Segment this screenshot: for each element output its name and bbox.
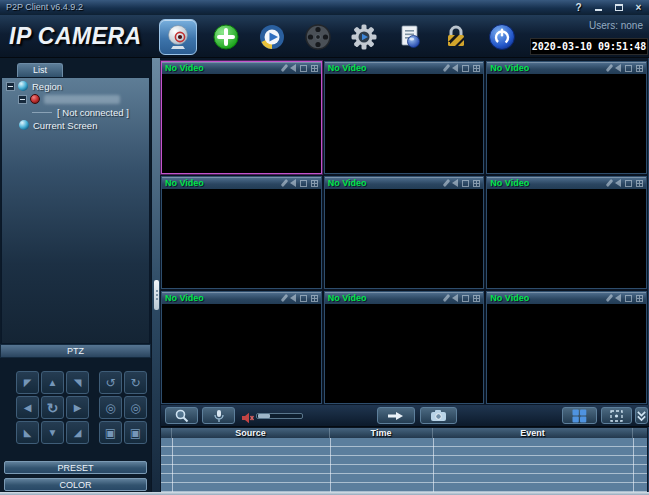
record-icon[interactable]: [462, 295, 469, 302]
play-icon: [258, 23, 286, 51]
record-icon[interactable]: [625, 295, 632, 302]
video-panel-7[interactable]: No Video: [161, 291, 322, 404]
audio-icon[interactable]: [452, 179, 458, 187]
close-icon[interactable]: [311, 65, 318, 72]
tree-item-device[interactable]: [18, 93, 160, 105]
column-divider: [330, 438, 331, 492]
ptz-zoom-out-button[interactable]: ▣: [124, 421, 147, 444]
record-icon[interactable]: [300, 180, 307, 187]
talk-icon[interactable]: [606, 179, 613, 187]
close-icon[interactable]: [636, 180, 643, 187]
volume-slider[interactable]: [256, 413, 303, 419]
video-panel-1[interactable]: No Video: [161, 61, 322, 174]
ptz-down-right-button[interactable]: ◢: [66, 421, 89, 444]
power-button[interactable]: [485, 20, 519, 54]
settings-button[interactable]: [347, 20, 381, 54]
snapshot-button[interactable]: [420, 407, 457, 424]
video-panel-6[interactable]: No Video: [486, 176, 647, 289]
record-icon[interactable]: [625, 65, 632, 72]
lock-button[interactable]: [439, 20, 473, 54]
talk-icon[interactable]: [606, 64, 613, 72]
close-icon[interactable]: [311, 295, 318, 302]
live-view-button[interactable]: [159, 19, 197, 55]
collapse-box-icon[interactable]: [18, 95, 27, 104]
ptz-auto-pan-button[interactable]: ↻: [41, 396, 64, 419]
log-button[interactable]: [393, 20, 427, 54]
event-table: Source Time Event: [161, 427, 647, 492]
close-icon[interactable]: [636, 295, 643, 302]
fullscreen-button[interactable]: [601, 407, 632, 424]
video-panel-3[interactable]: No Video: [486, 61, 647, 174]
collapse-box-icon[interactable]: [6, 82, 15, 91]
audio-icon[interactable]: [615, 64, 621, 72]
tree-item-current-screen[interactable]: Current Screen: [19, 119, 161, 131]
record-icon[interactable]: [300, 295, 307, 302]
record-icon[interactable]: [462, 180, 469, 187]
preset-button[interactable]: PRESET: [4, 461, 147, 474]
window-title: P2P Client v6.4.9.2: [6, 2, 83, 12]
mute-toggle[interactable]: [241, 410, 254, 428]
tree-item-label: Current Screen: [33, 120, 97, 131]
record-icon[interactable]: [625, 180, 632, 187]
splitter-handle-icon[interactable]: [154, 280, 159, 310]
record-manager-button[interactable]: [301, 20, 335, 54]
ptz-up-button[interactable]: ▲: [41, 371, 64, 394]
help-button[interactable]: ?: [572, 1, 585, 13]
record-icon[interactable]: [462, 65, 469, 72]
ptz-zoom-in-button[interactable]: ▣: [99, 421, 122, 444]
close-icon[interactable]: [473, 295, 480, 302]
maximize-button[interactable]: [612, 1, 625, 13]
ptz-up-left-button[interactable]: ◤: [16, 371, 39, 394]
close-icon[interactable]: [473, 180, 480, 187]
talk-icon[interactable]: [443, 179, 450, 187]
panel-header-icons: [283, 294, 318, 302]
talk-icon[interactable]: [443, 294, 450, 302]
talk-icon[interactable]: [443, 64, 450, 72]
sidebar-splitter[interactable]: [151, 58, 160, 495]
tab-list[interactable]: List: [17, 63, 63, 77]
audio-icon[interactable]: [290, 294, 296, 302]
talk-icon[interactable]: [280, 294, 287, 302]
close-icon[interactable]: [636, 65, 643, 72]
video-panel-5[interactable]: No Video: [324, 176, 485, 289]
close-icon[interactable]: [473, 65, 480, 72]
ptz-down-button[interactable]: ▼: [41, 421, 64, 444]
record-icon[interactable]: [300, 65, 307, 72]
talk-button[interactable]: [202, 407, 235, 424]
video-panel-9[interactable]: No Video: [486, 291, 647, 404]
video-panel-8[interactable]: No Video: [324, 291, 485, 404]
audio-icon[interactable]: [290, 179, 296, 187]
talk-icon[interactable]: [606, 294, 613, 302]
ptz-right-button[interactable]: ▶: [66, 396, 89, 419]
ptz-rotate-ccw-button[interactable]: ↺: [99, 371, 122, 394]
collapse-panel-button[interactable]: [635, 407, 648, 424]
manual-record-button[interactable]: [377, 407, 415, 424]
ptz-up-right-button[interactable]: ◥: [66, 371, 89, 394]
video-panel-4[interactable]: No Video: [161, 176, 322, 289]
minimize-button[interactable]: [592, 1, 605, 13]
audio-icon[interactable]: [615, 294, 621, 302]
ptz-focus-near-button[interactable]: ◎: [99, 396, 122, 419]
audio-icon[interactable]: [615, 179, 621, 187]
ptz-down-left-button[interactable]: ◣: [16, 421, 39, 444]
video-panel-body: [325, 304, 484, 403]
digital-zoom-button[interactable]: [165, 407, 198, 424]
titlebar: P2P Client v6.4.9.2 ? ×: [0, 0, 649, 15]
screen-layout-button[interactable]: [562, 407, 597, 424]
ptz-focus-far-button[interactable]: ◎: [124, 396, 147, 419]
audio-icon[interactable]: [452, 64, 458, 72]
close-button[interactable]: ×: [632, 1, 645, 13]
video-panel-2[interactable]: No Video: [324, 61, 485, 174]
talk-icon[interactable]: [280, 179, 287, 187]
audio-icon[interactable]: [290, 64, 296, 72]
close-icon[interactable]: [311, 180, 318, 187]
playback-button[interactable]: [255, 20, 289, 54]
ptz-rotate-cw-button[interactable]: ↻: [124, 371, 147, 394]
add-device-button[interactable]: [209, 20, 243, 54]
tree-item-region[interactable]: Region: [6, 80, 148, 92]
audio-icon[interactable]: [452, 294, 458, 302]
color-button[interactable]: COLOR: [4, 478, 147, 491]
ptz-left-button[interactable]: ◀: [16, 396, 39, 419]
talk-icon[interactable]: [280, 64, 287, 72]
volume-slider-handle[interactable]: [258, 414, 270, 418]
